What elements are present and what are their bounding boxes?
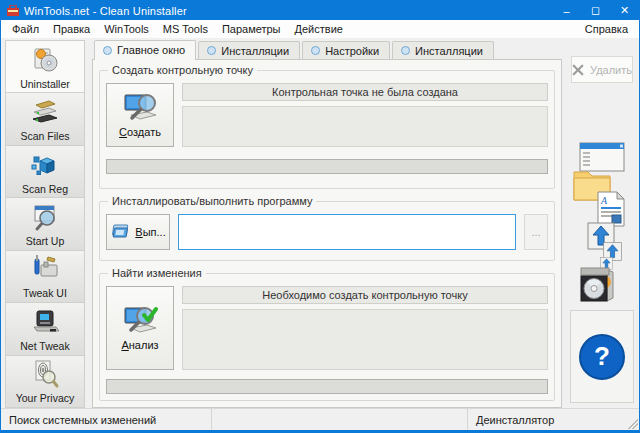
analyze-button-label: Анализ	[121, 339, 158, 351]
title-bar: WinTools.net - Clean Uninstaller – ◻ ✕	[1, 1, 639, 20]
sidebar-item-net-tweak[interactable]: Net Tweak	[5, 303, 85, 355]
right-panel: Удалить A	[567, 40, 639, 408]
tab-label: Инсталляции	[221, 45, 289, 57]
browse-button[interactable]: ...	[524, 214, 548, 250]
sidebar-item-label: Net Tweak	[20, 340, 69, 352]
status-right: Деинсталлятор	[468, 409, 639, 430]
sidebar-item-your-privacy[interactable]: Your Privacy	[5, 356, 85, 408]
delete-button-label: Удалить	[590, 64, 632, 76]
status-bar: Поиск системных изменений Деинсталлятор	[1, 408, 639, 430]
your-privacy-icon	[28, 358, 62, 390]
analyze-button[interactable]: Анализ	[106, 286, 174, 370]
svg-text:A: A	[600, 195, 608, 206]
app-window: WinTools.net - Clean Uninstaller – ◻ ✕ Ф…	[0, 0, 640, 433]
tab-bar: Главное окно Инсталляции Настройки Инста…	[92, 40, 562, 60]
tab-installations-2[interactable]: Инсталляции	[392, 41, 494, 60]
tweak-ui-icon	[28, 253, 62, 285]
group-find-changes: Найти изменения Анализ	[99, 273, 555, 401]
checkpoint-status-bar: Контрольная точка не была создана	[182, 83, 548, 101]
changes-status-bar: Необходимо создать контрольную точку	[182, 286, 548, 304]
create-button-label: Создать	[119, 126, 161, 138]
delete-x-icon	[572, 63, 584, 77]
tab-circle-icon	[103, 46, 112, 55]
scan-reg-icon	[28, 149, 62, 181]
window-title: WinTools.net - Clean Uninstaller	[24, 5, 552, 17]
menu-bar: Файл Правка WinTools MS Tools Параметры …	[1, 20, 639, 38]
sidebar-item-label: Scan Files	[20, 130, 69, 142]
tab-installations-1[interactable]: Инсталляции	[198, 41, 300, 60]
monitor-magnifier-icon	[122, 93, 158, 123]
tab-settings[interactable]: Настройки	[302, 41, 390, 60]
group-title: Инсталлировать/выполнить программу	[108, 195, 316, 207]
group-install-run: Инсталлировать/выполнить программу Вып..…	[99, 201, 555, 261]
run-program-button[interactable]: Вып...	[106, 214, 170, 250]
menu-file[interactable]: Файл	[5, 22, 46, 36]
close-button[interactable]: ✕	[610, 1, 639, 20]
tab-circle-icon	[207, 46, 216, 55]
tab-circle-icon	[311, 46, 320, 55]
menu-wintools[interactable]: WinTools	[97, 22, 156, 36]
tab-circle-icon	[401, 46, 410, 55]
sidebar-item-label: Start Up	[26, 235, 65, 247]
sidebar-item-uninstaller[interactable]: Uninstaller	[5, 40, 85, 93]
sidebar-item-start-up[interactable]: Start Up	[5, 198, 85, 250]
changes-progress-bar	[106, 379, 548, 394]
content-area: Uninstaller Scan Files	[1, 38, 639, 408]
group-create-checkpoint: Создать контрольную точку Создать	[99, 70, 555, 189]
tab-label: Главное окно	[117, 44, 185, 56]
status-right-text: Деинсталлятор	[476, 414, 554, 426]
sidebar-item-label: Scan Reg	[22, 183, 68, 195]
menu-action[interactable]: Действие	[288, 22, 350, 36]
sidebar-item-label: Your Privacy	[16, 392, 75, 404]
tab-main-window[interactable]: Главное окно	[94, 40, 196, 60]
help-button[interactable]: ?	[579, 334, 625, 380]
run-button-label: Вып...	[135, 226, 165, 238]
menu-options[interactable]: Параметры	[215, 22, 288, 36]
resize-grip[interactable]	[628, 419, 638, 429]
status-left: Поиск системных изменений	[1, 409, 212, 430]
tab-label: Инсталляции	[415, 45, 483, 57]
group-title: Найти изменения	[108, 267, 206, 279]
menu-mstools[interactable]: MS Tools	[156, 22, 215, 36]
sidebar-item-tweak-ui[interactable]: Tweak UI	[5, 251, 85, 303]
tab-page: Создать контрольную точку Создать	[92, 59, 562, 408]
monitor-magnifier-check-icon	[122, 306, 158, 336]
start-up-icon	[28, 201, 62, 233]
run-window-icon	[110, 224, 130, 240]
main-area: Главное окно Инсталляции Настройки Инста…	[92, 40, 562, 408]
help-panel: ?	[570, 310, 634, 403]
create-checkpoint-button[interactable]: Создать	[106, 83, 174, 147]
checkpoint-progress-bar	[106, 159, 548, 174]
sidebar-item-scan-files[interactable]: Scan Files	[5, 93, 85, 145]
sidebar: Uninstaller Scan Files	[5, 40, 85, 408]
app-logo-icon	[7, 5, 19, 16]
sidebar-item-scan-reg[interactable]: Scan Reg	[5, 146, 85, 198]
sidebar-item-label: Tweak UI	[23, 287, 67, 299]
checkpoint-info-panel	[182, 106, 548, 147]
delete-button[interactable]: Удалить	[571, 56, 633, 83]
changes-info-panel	[182, 309, 548, 370]
sidebar-item-label: Uninstaller	[20, 78, 70, 90]
cd-installer-icon	[577, 264, 619, 306]
status-middle	[212, 409, 468, 430]
minimize-button[interactable]: –	[552, 1, 581, 20]
group-title: Создать контрольную точку	[108, 64, 257, 76]
uninstaller-icon	[28, 44, 62, 76]
program-path-input[interactable]	[178, 214, 516, 250]
scan-files-icon	[28, 96, 62, 128]
menu-edit[interactable]: Правка	[46, 22, 97, 36]
maximize-button[interactable]: ◻	[581, 1, 610, 20]
net-tweak-icon	[28, 306, 62, 338]
menu-help[interactable]: Справка	[578, 22, 635, 36]
tab-label: Настройки	[325, 45, 379, 57]
